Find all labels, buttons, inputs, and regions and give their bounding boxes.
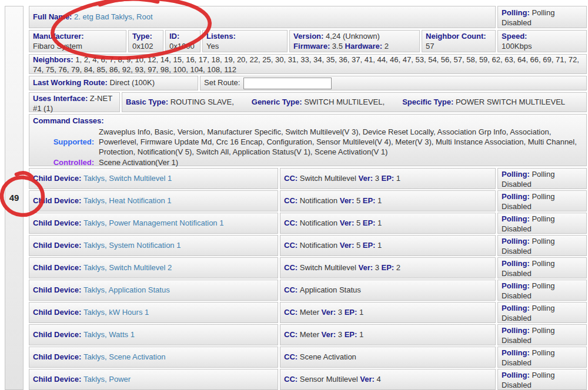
route-row: Last Working Route: Direct (100K) Set Ro…	[29, 76, 587, 90]
node-number-cell: 49	[5, 6, 24, 390]
id-value: 0x1000	[169, 42, 196, 52]
command-classes-label: Command Classes:	[33, 116, 583, 126]
basic-type-label: Basic Type:	[126, 98, 168, 106]
child-polling-cell: Polling: Polling Disabled	[497, 213, 587, 234]
neighbor-count-label: Neighbor Count:	[426, 32, 492, 42]
controlled-label: Controlled:	[33, 158, 94, 168]
generic-type-label: Generic Type:	[252, 98, 302, 106]
child-device-rows: Child Device: Taklys, Switch Multilevel …	[29, 168, 587, 390]
full-name-row: Full Name: 2. etg Bad Taklys, Root Polli…	[29, 6, 587, 28]
child-device-label: Child Device:	[33, 308, 81, 318]
version-cell: Version: 4,24 (Unknown) Firmware: 3.5 Ha…	[289, 30, 420, 52]
child-polling-cell: Polling: Polling Disabled	[497, 168, 587, 189]
full-name-cell: Full Name: 2. etg Bad Taklys, Root	[29, 6, 496, 28]
child-device-cell: Child Device: Taklys, Application Status	[29, 280, 278, 301]
command-classes-row: Command Classes: Supported: Zwaveplus In…	[29, 114, 587, 166]
child-device-row: Child Device: Taklys, Application Status…	[29, 280, 587, 301]
cc-version: Ver: 5	[338, 241, 360, 251]
child-device-cell: Child Device: Taklys, Watts 1	[29, 324, 278, 345]
cc-label: CC:	[284, 174, 298, 184]
child-cc-cell: CC: Scene Activation	[280, 347, 496, 368]
cc-value: Switch Multilevel	[300, 174, 356, 184]
cc-value: Notification	[300, 241, 338, 251]
cc-version: Ver: 3	[319, 330, 342, 340]
child-device-label: Child Device:	[33, 218, 81, 228]
neighbors-cell: Neighbors: 1, 2, 4, 6, 7, 8, 9, 10, 12, …	[29, 54, 587, 74]
cc-version: Ver: 5	[338, 196, 360, 206]
cc-value: Switch Multilevel	[300, 263, 356, 273]
child-device-label: Child Device:	[33, 285, 81, 295]
child-polling-cell: Polling: Polling Disabled	[497, 302, 587, 323]
polling-label: Polling:	[502, 259, 530, 268]
specific-type-label: Specific Type:	[402, 98, 453, 106]
child-device-link[interactable]: Taklys, Switch Multilevel 2	[83, 263, 172, 273]
cc-value: Application Status	[300, 285, 361, 295]
id-cell: ID: 0x1000	[165, 30, 201, 52]
child-device-cell: Child Device: Taklys, Switch Multilevel …	[29, 168, 278, 189]
child-cc-cell: CC: Notification Ver: 5 EP: 1	[280, 213, 496, 234]
child-cc-cell: CC: Notification Ver: 5 EP: 1	[280, 235, 496, 256]
hardware-label: Hardware:	[345, 42, 383, 51]
firmware-label: Firmware:	[293, 42, 330, 51]
child-device-link[interactable]: Taklys, Power	[83, 375, 131, 385]
child-device-cell: Child Device: Taklys, System Notificatio…	[29, 235, 278, 256]
polling-label: Polling:	[502, 371, 530, 379]
version-value: 4,24 (Unknown)	[326, 32, 380, 41]
child-device-link[interactable]: Taklys, Heat Notification 1	[83, 196, 172, 206]
uses-interface-label: Uses Interface:	[33, 94, 88, 103]
neighbors-value: 1, 2, 4, 6, 7, 8, 9, 10, 12, 14, 15, 16,…	[33, 55, 579, 74]
child-device-label: Child Device:	[33, 174, 81, 184]
cc-value: Meter	[300, 308, 319, 318]
child-device-link[interactable]: Taklys, kW Hours 1	[83, 308, 149, 318]
cc-label: CC:	[284, 241, 298, 251]
cc-label: CC:	[284, 352, 298, 362]
child-device-label: Child Device:	[33, 375, 81, 385]
listens-value: Yes	[206, 42, 283, 52]
full-name-link[interactable]: 2. etg Bad Taklys, Root	[74, 12, 152, 22]
cc-label: CC:	[284, 330, 298, 340]
child-polling-cell: Polling: Polling Disabled	[497, 235, 587, 256]
child-cc-cell: CC: Switch Multilevel Ver: 3 EP: 1	[280, 168, 496, 189]
child-polling-cell: Polling: Polling Disabled	[497, 324, 587, 345]
child-device-row: Child Device: Taklys, Scene Activation C…	[29, 347, 587, 368]
polling-label: Polling:	[502, 281, 530, 290]
polling-label: Polling:	[502, 237, 530, 246]
child-device-label: Child Device:	[33, 263, 81, 273]
child-device-row: Child Device: Taklys, Heat Notification …	[29, 190, 587, 211]
child-polling-cell: Polling: Polling Disabled	[497, 347, 587, 368]
child-device-link[interactable]: Taklys, Application Status	[83, 285, 170, 295]
cc-version: Ver: 3	[356, 174, 379, 184]
generic-type-value: SWITCH MULTILEVEL,	[304, 98, 385, 106]
meta-row: Manufacturer: Fibaro System Type: 0x102 …	[29, 30, 587, 52]
child-device-link[interactable]: Taklys, System Notification 1	[83, 241, 181, 251]
child-device-link[interactable]: Taklys, Watts 1	[83, 330, 135, 340]
cc-label: CC:	[284, 308, 298, 318]
last-working-route-value: Direct (100K)	[110, 78, 155, 88]
child-device-link[interactable]: Taklys, Switch Multilevel 1	[83, 174, 172, 184]
child-device-row: Child Device: Taklys, Power CC: Sensor M…	[29, 369, 587, 390]
cc-endpoint: EP: 1	[379, 174, 400, 184]
polling-label: Polling:	[502, 348, 530, 357]
child-device-cell: Child Device: Taklys, Power Management N…	[29, 213, 278, 234]
child-cc-cell: CC: Switch Multilevel Ver: 3 EP: 2	[280, 257, 496, 278]
cc-endpoint: EP: 1	[360, 218, 382, 228]
set-route-input[interactable]	[243, 78, 332, 89]
child-device-cell: Child Device: Taklys, kW Hours 1	[29, 302, 278, 323]
type-label: Type:	[132, 32, 159, 42]
type-cell: Type: 0x102	[128, 30, 163, 52]
cc-value: Sensor Multilevel	[300, 375, 358, 385]
polling-label: Polling:	[502, 304, 530, 312]
polling-label: Polling:	[502, 326, 530, 335]
polling-label: Polling:	[502, 170, 530, 179]
cc-value: Notification	[300, 218, 338, 228]
command-classes-cell: Command Classes: Supported: Zwaveplus In…	[29, 114, 587, 166]
child-device-label: Child Device:	[33, 352, 81, 362]
version-label: Version:	[293, 32, 323, 41]
node-detail-table: Full Name: 2. etg Bad Taklys, Root Polli…	[29, 6, 587, 390]
child-device-link[interactable]: Taklys, Power Management Notification 1	[83, 218, 223, 228]
child-cc-cell: CC: Meter Ver: 3 EP: 1	[280, 324, 496, 345]
manufacturer-value: Fibaro System	[33, 42, 122, 52]
hardware-value: 2	[385, 42, 389, 51]
child-device-label: Child Device:	[33, 241, 81, 251]
child-device-link[interactable]: Taklys, Scene Activation	[83, 352, 165, 362]
